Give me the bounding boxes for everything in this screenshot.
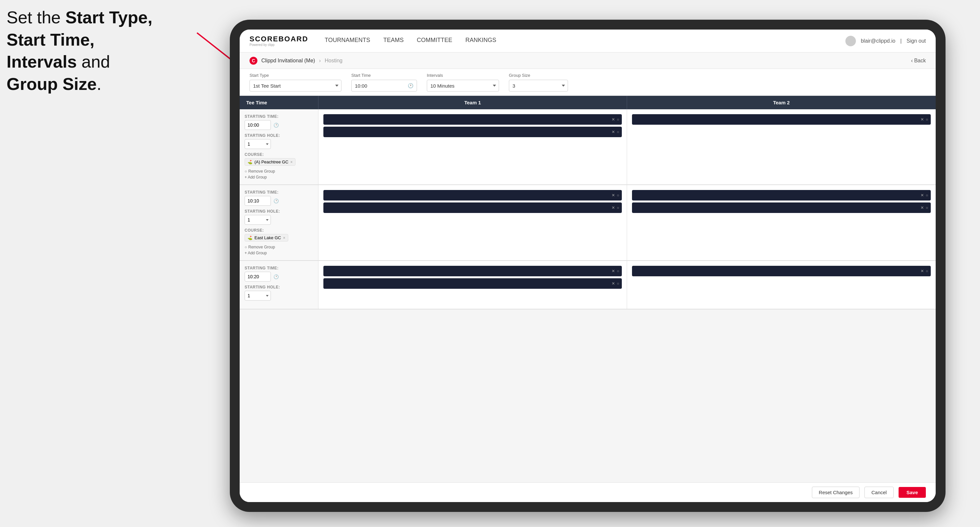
nav-teams[interactable]: TEAMS xyxy=(383,37,404,45)
p-x-g2-1-2[interactable]: ✕ xyxy=(612,205,615,210)
sign-out-link[interactable]: Sign out xyxy=(907,38,926,44)
cancel-button[interactable]: Cancel xyxy=(864,487,894,498)
course-tag-icon-2: ⛳ xyxy=(248,236,253,240)
starting-time-input-1[interactable] xyxy=(245,120,271,130)
group-size-select[interactable]: 2 3 4 xyxy=(509,80,568,92)
player-row-btns-2-1: ✕ ○ xyxy=(921,117,928,122)
remove-group-btn-2[interactable]: ○ Remove Group xyxy=(245,245,313,249)
p-o-g2-2-2[interactable]: ○ xyxy=(926,205,928,210)
p-x-g2-2-2[interactable]: ✕ xyxy=(921,205,924,210)
course-tag-icon-1: ⛳ xyxy=(248,160,253,164)
course-tag-remove-2[interactable]: × xyxy=(283,236,285,240)
nav-tournaments[interactable]: TOURNAMENTS xyxy=(325,37,370,45)
reset-changes-button[interactable]: Reset Changes xyxy=(812,487,859,498)
nav-rankings[interactable]: RANKINGS xyxy=(466,37,496,45)
course-tag-name-2: East Lake GC xyxy=(255,235,281,240)
nav-committee[interactable]: COMMITTEE xyxy=(417,37,452,45)
p-o-g2-1-1[interactable]: ○ xyxy=(617,193,619,198)
p-x-g3-1-2[interactable]: ✕ xyxy=(612,281,615,286)
p-o-g2-2-1[interactable]: ○ xyxy=(926,193,928,198)
remove-group-icon-2: ○ xyxy=(245,245,247,249)
start-time-value: 10:00 xyxy=(355,83,405,89)
user-avatar xyxy=(845,36,856,46)
logo-scoreboard: SCOREBOARD xyxy=(250,35,308,43)
p-x-g3-1-1[interactable]: ✕ xyxy=(612,269,615,273)
starting-hole-select-3[interactable]: 110 xyxy=(245,291,271,301)
bold-start-type: Start Type, xyxy=(65,8,152,27)
navbar: SCOREBOARD Powered by clipp TOURNAMENTS … xyxy=(240,30,935,52)
tablet-frame: SCOREBOARD Powered by clipp TOURNAMENTS … xyxy=(230,20,945,512)
starting-hole-select-1[interactable]: 110 xyxy=(245,139,271,149)
breadcrumb-tournament[interactable]: Clippd Invitational (Me) xyxy=(261,58,315,63)
logo-text: SCOREBOARD xyxy=(250,35,308,43)
starting-time-input-3[interactable] xyxy=(245,272,271,281)
player-row-g2-2-2: ✕○ xyxy=(632,202,931,213)
bold-group-size: Group Size xyxy=(6,75,97,94)
p-o-g3-1-2[interactable]: ○ xyxy=(617,281,619,286)
group-size-label: Group Size xyxy=(509,73,568,78)
back-chevron: ‹ xyxy=(911,58,913,63)
back-button[interactable]: ‹ Back xyxy=(911,58,926,63)
intervals-select[interactable]: 5 Minutes 10 Minutes 15 Minutes xyxy=(427,80,499,92)
p-x-g2-1-1[interactable]: ✕ xyxy=(612,193,615,198)
player-x-btn-1-1[interactable]: ✕ xyxy=(612,117,615,122)
remove-group-label-2: Remove Group xyxy=(248,245,275,249)
player-x-btn-1-2[interactable]: ✕ xyxy=(612,130,615,134)
course-tag-name-1: (A) Peachtree GC xyxy=(255,159,288,164)
starting-time-label-1: STARTING TIME: xyxy=(245,114,313,119)
add-group-btn-1[interactable]: + Add Group xyxy=(245,175,313,179)
player-row-g2-1-2: ✕○ xyxy=(323,202,622,213)
tee-time-col-3: STARTING TIME: 🕐 STARTING HOLE: 110 xyxy=(240,261,318,309)
player-row-btns-1-1: ✕ ○ xyxy=(612,117,619,122)
player-row-g3-1-1: ✕○ xyxy=(323,266,622,276)
player-row-2-1: ✕ ○ xyxy=(632,114,931,125)
player-row-1-1: ✕ ○ xyxy=(323,114,622,125)
user-email: blair@clippd.io xyxy=(861,38,895,44)
team1-col-2: ✕○ ✕○ xyxy=(318,185,627,260)
th-team1: Team 1 xyxy=(318,96,627,109)
p-x-g3-2-1[interactable]: ✕ xyxy=(921,269,924,273)
start-type-label: Start Type xyxy=(250,73,342,78)
bottom-bar: Reset Changes Cancel Save xyxy=(240,483,935,502)
intervals-group: Intervals 5 Minutes 10 Minutes 15 Minute… xyxy=(427,73,499,92)
logo-sub: Powered by clipp xyxy=(250,43,308,47)
remove-group-btn-1[interactable]: ○ Remove Group xyxy=(245,169,313,174)
remove-group-icon-1: ○ xyxy=(245,169,247,174)
breadcrumb-icon: C xyxy=(250,57,258,65)
course-tag-remove-1[interactable]: × xyxy=(290,160,293,164)
tee-value-3: 🕐 xyxy=(245,272,313,281)
breadcrumb-section: Hosting xyxy=(325,58,342,63)
tee-value-2: 🕐 xyxy=(245,196,313,206)
team1-col-3: ✕○ ✕○ xyxy=(318,261,627,309)
starting-time-input-2[interactable] xyxy=(245,196,271,206)
starting-hole-label-2: STARTING HOLE: xyxy=(245,209,313,214)
player-x-btn-2-1[interactable]: ✕ xyxy=(921,117,924,122)
p-x-g2-2-1[interactable]: ✕ xyxy=(921,193,924,198)
clock-icon: 🕐 xyxy=(408,83,413,88)
start-time-input[interactable]: 10:00 🕐 xyxy=(351,80,417,92)
navbar-right: blair@clippd.io | Sign out xyxy=(845,36,926,46)
start-type-group: Start Type 1st Tee Start Shotgun Start xyxy=(250,73,342,92)
save-button[interactable]: Save xyxy=(899,487,926,498)
player-circle-btn-1-2[interactable]: ○ xyxy=(617,130,619,134)
start-type-select[interactable]: 1st Tee Start Shotgun Start xyxy=(250,80,342,92)
starting-hole-label-3: STARTING HOLE: xyxy=(245,285,313,289)
table-header: Tee Time Team 1 Team 2 xyxy=(240,96,935,109)
player-circle-btn-1-1[interactable]: ○ xyxy=(617,117,619,122)
p-o-g3-2-1[interactable]: ○ xyxy=(926,269,928,273)
breadcrumb-separator: › xyxy=(319,58,321,63)
add-group-btn-2[interactable]: + Add Group xyxy=(245,251,313,255)
course-tag-2: ⛳ East Lake GC × xyxy=(245,234,288,241)
p-o-g3-1-1[interactable]: ○ xyxy=(617,269,619,273)
pipe-separator: | xyxy=(900,38,902,44)
settings-bar: Start Type 1st Tee Start Shotgun Start S… xyxy=(240,69,935,96)
tee-time-col-2: STARTING TIME: 🕐 STARTING HOLE: 110 COUR… xyxy=(240,185,318,260)
schedule-table[interactable]: Tee Time Team 1 Team 2 STARTING TIME: 🕐 … xyxy=(240,96,935,483)
p-o-g2-1-2[interactable]: ○ xyxy=(617,205,619,210)
starting-hole-select-2[interactable]: 110 xyxy=(245,215,271,225)
intervals-label: Intervals xyxy=(427,73,499,78)
player-circle-btn-2-1[interactable]: ○ xyxy=(926,117,928,122)
group-actions-1: ○ Remove Group + Add Group xyxy=(245,169,313,179)
back-label: Back xyxy=(914,58,926,63)
bold-intervals: Intervals xyxy=(6,52,77,71)
